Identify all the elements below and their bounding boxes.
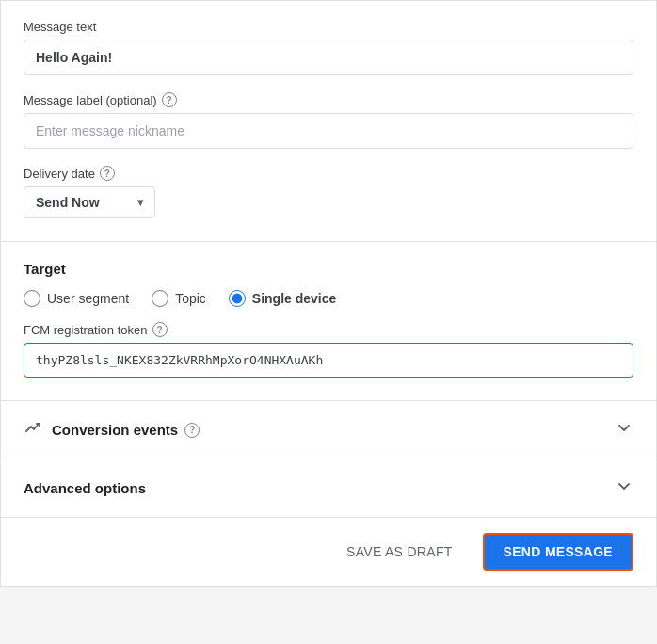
radio-option-single-device[interactable]: Single device [229,290,336,307]
radio-topic[interactable] [152,290,168,307]
fcm-token-input[interactable] [24,343,633,378]
conversion-events-help-icon[interactable]: ? [184,423,200,438]
delivery-dropdown[interactable]: Send Now ▾ [24,186,155,218]
radio-single-device[interactable] [229,290,246,307]
target-radio-group: User segment Topic Single device [24,290,633,307]
save-draft-button[interactable]: SAVE AS DRAFT [331,535,468,569]
advanced-options-chevron-icon [615,476,633,500]
conversion-events-left: Conversion events ? [24,418,200,442]
dropdown-arrow-icon: ▾ [137,196,143,209]
message-label-input[interactable] [24,113,633,149]
target-section: Target User segment Topic Single device … [1,242,656,401]
fcm-token-label: FCM registration token ? [24,322,633,337]
form-section: Message text Message label (optional) ? … [1,1,656,242]
advanced-options-left: Advanced options [24,480,146,496]
message-label-label: Message label (optional) ? [24,92,633,107]
send-message-button[interactable]: SEND MESSAGE [483,533,633,571]
radio-label-user-segment: User segment [47,291,129,306]
radio-user-segment[interactable] [24,290,40,307]
message-text-input[interactable] [24,40,633,75]
fcm-token-group: FCM registration token ? [24,322,633,378]
delivery-date-label: Delivery date ? [24,166,633,181]
delivery-date-help-icon[interactable]: ? [100,166,115,181]
message-label-help-icon[interactable]: ? [162,92,177,107]
fcm-token-help-icon[interactable]: ? [152,322,168,337]
page-container: Message text Message label (optional) ? … [0,0,657,587]
conversion-events-title: Conversion events ? [52,422,200,438]
advanced-options-section[interactable]: Advanced options [1,459,656,518]
message-label-group: Message label (optional) ? [24,92,633,149]
conversion-events-section[interactable]: Conversion events ? [1,401,656,459]
radio-option-topic[interactable]: Topic [152,290,206,307]
conversion-events-icon [24,418,42,442]
conversion-events-chevron-icon [615,418,633,442]
message-text-group: Message text [24,20,633,75]
advanced-options-title: Advanced options [24,480,146,496]
radio-option-user-segment[interactable]: User segment [24,290,129,307]
delivery-option-label: Send Now [36,195,100,210]
footer: SAVE AS DRAFT SEND MESSAGE [1,518,656,586]
target-section-title: Target [24,261,633,277]
radio-label-topic: Topic [175,291,206,306]
delivery-date-group: Delivery date ? Send Now ▾ [24,166,633,218]
message-text-label: Message text [24,20,633,34]
radio-label-single-device: Single device [252,291,336,306]
